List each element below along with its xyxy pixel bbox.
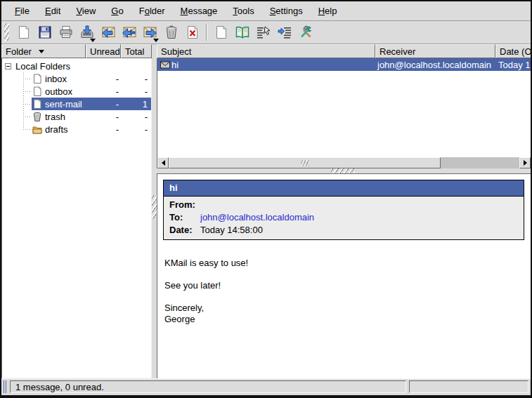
new-page-button[interactable] [212, 23, 231, 42]
envelope-icon [160, 61, 170, 69]
move-to-trash-button[interactable] [162, 23, 181, 42]
unread-column-header[interactable]: Unread [86, 44, 121, 58]
folder-row-outbox[interactable]: outbox - - [2, 85, 151, 98]
horizontal-splitter[interactable] [157, 168, 531, 173]
folder-tree: Local Folders inbox - - outbox [1, 58, 152, 378]
toolbar-drag-handle[interactable] [4, 23, 9, 41]
folder-row-sent-mail[interactable]: sent-mail - 1 [2, 98, 151, 110]
delete-icon [185, 25, 200, 40]
save-button[interactable] [35, 23, 54, 42]
mail-file-icon [32, 86, 43, 97]
folder-row-drafts[interactable]: drafts - - [2, 123, 151, 135]
mark-message-button[interactable] [254, 23, 273, 42]
to-address-link[interactable]: john@localhost.localdomain [200, 211, 314, 224]
body-line: KMail is easy to use! [164, 258, 531, 269]
statusbar-grip [4, 380, 7, 393]
message-header-box: hi From: To: john@localhost.localdomain … [163, 180, 524, 240]
message-preview-pane: hi From: To: john@localhost.localdomain … [157, 173, 531, 378]
save-icon [37, 25, 53, 40]
address-book-button[interactable] [233, 23, 252, 42]
date-value: Today 14:58:00 [200, 224, 263, 237]
tree-branch [23, 129, 32, 130]
reply-button[interactable] [98, 23, 117, 42]
message-list: hi john@localhost.localdomain Today 14:5… [157, 58, 531, 157]
collapse-expander-icon[interactable] [5, 63, 11, 69]
new-message-icon [16, 25, 32, 40]
tree-branch [23, 91, 32, 92]
reply-all-button[interactable] [119, 23, 138, 42]
new-message-button[interactable] [14, 23, 33, 42]
scrollbar-thumb[interactable] [169, 157, 441, 168]
folder-icon [32, 124, 43, 135]
scroll-left-button[interactable] [157, 157, 169, 168]
message-receiver: john@localhost.localdomain [376, 60, 496, 70]
message-row[interactable]: hi john@localhost.localdomain Today 14:5… [157, 58, 531, 71]
tree-line [23, 72, 24, 129]
print-icon [58, 25, 74, 40]
body-line: Sincerely, [164, 303, 531, 314]
scrollbar-track[interactable] [441, 157, 519, 168]
delete-button[interactable] [183, 23, 202, 42]
mail-file-icon [32, 99, 43, 110]
subject-column-header[interactable]: Subject [157, 44, 375, 58]
configure-icon [298, 25, 313, 40]
tree-branch [23, 79, 32, 79]
tree-branch [23, 117, 32, 117]
body-line [164, 269, 531, 280]
main-area: Folder Unread Total Local Folders inbox … [1, 44, 531, 378]
toolbar [1, 21, 531, 44]
folder-column-header[interactable]: Folder [1, 44, 86, 58]
menu-tools[interactable]: Tools [225, 3, 261, 19]
message-list-headers: Subject Receiver Date (Order of Arrival) [157, 44, 531, 58]
total-column-header[interactable]: Total [121, 44, 152, 58]
menu-folder[interactable]: Folder [131, 3, 173, 19]
arrow-left-icon [162, 160, 165, 166]
kmail-window: File Edit View Go Folder Message Tools S… [0, 0, 532, 398]
folder-pane-headers: Folder Unread Total [1, 44, 152, 58]
splitter-grip[interactable] [331, 168, 355, 173]
folder-root-label: Local Folders [15, 61, 151, 72]
receiver-column-header[interactable]: Receiver [375, 44, 495, 58]
message-subject: hi [171, 60, 179, 70]
message-body: KMail is easy to use! See you later! Sin… [164, 258, 531, 325]
menu-file[interactable]: File [7, 3, 37, 19]
menu-help[interactable]: Help [311, 3, 345, 19]
statusbar: 1 message, 0 unread. [1, 378, 531, 395]
scroll-right-button[interactable] [519, 157, 531, 168]
menubar: File Edit View Go Folder Message Tools S… [1, 1, 531, 21]
vertical-splitter[interactable] [152, 44, 157, 378]
folder-row-inbox[interactable]: inbox - - [2, 72, 151, 85]
folder-pane: Folder Unread Total Local Folders inbox … [1, 44, 152, 378]
body-line [164, 291, 531, 303]
tree-branch [23, 104, 32, 105]
menu-view[interactable]: View [68, 3, 103, 19]
folder-row-local-folders[interactable]: Local Folders [2, 60, 151, 72]
forward-dropdown-arrow[interactable] [153, 39, 159, 42]
body-line: See you later! [164, 280, 531, 291]
check-mail-dropdown-arrow[interactable] [90, 39, 96, 42]
splitter-grip[interactable] [152, 195, 157, 219]
status-right-panel [409, 380, 528, 393]
to-label: To: [169, 211, 200, 224]
message-date: Today 14:58 [496, 60, 531, 70]
from-label: From: [169, 199, 200, 211]
print-button[interactable] [56, 23, 75, 42]
menu-edit[interactable]: Edit [37, 3, 68, 19]
body-line: George [164, 314, 531, 325]
message-title: hi [164, 180, 524, 197]
horizontal-scrollbar[interactable] [157, 157, 531, 168]
folder-row-trash[interactable]: trash - - [2, 110, 151, 123]
check-mail-button[interactable] [77, 23, 96, 42]
menu-message[interactable]: Message [173, 3, 226, 19]
goto-icon [277, 25, 292, 40]
menu-go[interactable]: Go [103, 3, 131, 19]
mark-message-icon [256, 25, 271, 40]
trash-icon [164, 25, 179, 40]
configure-button[interactable] [296, 23, 315, 42]
forward-button[interactable] [141, 23, 160, 42]
goto-button[interactable] [275, 23, 294, 42]
menu-settings[interactable]: Settings [262, 3, 311, 19]
reply-all-icon [122, 25, 137, 40]
date-column-header[interactable]: Date (Order of Arrival) [495, 44, 531, 58]
reply-icon [100, 25, 116, 40]
